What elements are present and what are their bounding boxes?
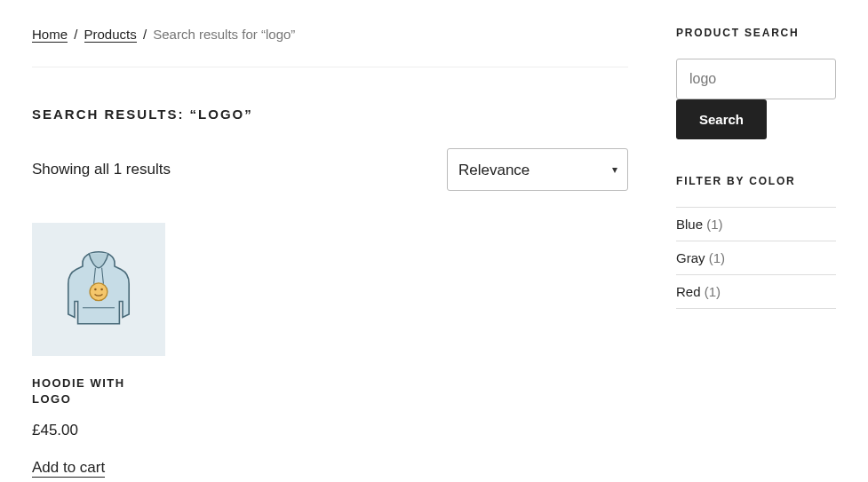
product-search-title: PRODUCT SEARCH <box>676 27 836 39</box>
sort-select[interactable]: Relevance <box>447 148 628 191</box>
color-filter-label[interactable]: Gray <box>676 250 705 265</box>
svg-point-1 <box>94 288 97 291</box>
result-count: Showing all 1 results <box>32 161 171 178</box>
breadcrumb: Home / Products / Search results for “lo… <box>32 27 628 67</box>
add-to-cart-button[interactable]: Add to cart <box>32 459 105 478</box>
breadcrumb-home[interactable]: Home <box>32 27 68 43</box>
color-filter-item[interactable]: Red (1) <box>676 275 836 309</box>
filter-by-color-widget: FILTER BY COLOR Blue (1) Gray (1) Red (1… <box>676 175 836 309</box>
product-price: £45.00 <box>32 422 165 439</box>
svg-point-0 <box>90 283 108 301</box>
product-title: HOODIE WITH LOGO <box>32 375 165 407</box>
color-filter-count: (1) <box>706 217 722 232</box>
color-filter-count: (1) <box>709 250 725 265</box>
product-search-input[interactable] <box>676 59 836 99</box>
breadcrumb-current: Search results for “logo” <box>153 27 295 42</box>
product-thumbnail <box>32 223 165 356</box>
product-card[interactable]: HOODIE WITH LOGO £45.00 Add to cart <box>32 223 165 478</box>
breadcrumb-sep: / <box>143 27 147 42</box>
color-filter-count: (1) <box>705 284 721 299</box>
color-filter-item[interactable]: Gray (1) <box>676 241 836 275</box>
color-filter-item[interactable]: Blue (1) <box>676 208 836 241</box>
search-results-heading: SEARCH RESULTS: “LOGO” <box>32 107 628 122</box>
svg-point-2 <box>100 288 103 291</box>
product-search-widget: PRODUCT SEARCH Search <box>676 27 836 139</box>
color-filter-label[interactable]: Blue <box>676 217 703 232</box>
breadcrumb-products[interactable]: Products <box>84 27 137 43</box>
hoodie-icon <box>59 245 139 334</box>
breadcrumb-sep: / <box>74 27 77 42</box>
color-filter-label[interactable]: Red <box>676 284 701 299</box>
filter-by-color-title: FILTER BY COLOR <box>676 175 836 187</box>
color-filter-list: Blue (1) Gray (1) Red (1) <box>676 207 836 309</box>
product-search-button[interactable]: Search <box>676 99 767 139</box>
